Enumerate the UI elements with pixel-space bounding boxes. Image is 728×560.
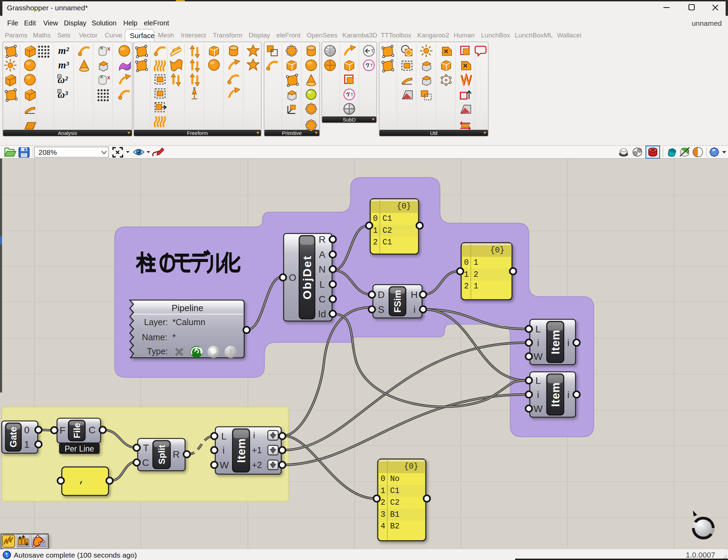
svg-text:D: D — [378, 289, 385, 300]
svg-text:i: i — [537, 338, 539, 348]
svg-text:3: 3 — [380, 510, 385, 519]
svg-text:B2: B2 — [390, 522, 400, 531]
svg-text:H: H — [411, 289, 418, 300]
svg-text:W: W — [534, 403, 543, 414]
svg-text:W: W — [534, 351, 543, 362]
svg-text:File: File — [72, 423, 82, 438]
svg-text:Per Line: Per Line — [65, 444, 94, 453]
svg-text:W: W — [220, 460, 229, 470]
svg-text:Split: Split — [157, 445, 167, 465]
svg-text:2: 2 — [373, 238, 378, 247]
svg-text:T: T — [351, 92, 353, 97]
svg-text:N: N — [319, 264, 326, 275]
svg-text:R: R — [319, 234, 326, 245]
svg-text:2: 2 — [380, 498, 385, 507]
svg-text:+1: +1 — [252, 445, 262, 455]
svg-text:C: C — [142, 457, 149, 468]
svg-text:Analysis: Analysis — [58, 130, 77, 136]
svg-text:{0}: {0} — [404, 462, 418, 471]
svg-text:Gate: Gate — [8, 427, 19, 447]
svg-text:i: i — [413, 304, 416, 315]
svg-text:T: T — [371, 48, 374, 54]
svg-text:i: i — [567, 389, 569, 400]
svg-text:1: 1 — [474, 258, 478, 267]
svg-text:Id: Id — [318, 309, 326, 319]
svg-text:*Calumn: *Calumn — [172, 317, 205, 327]
svg-text:Item: Item — [549, 382, 562, 407]
svg-text:0: 0 — [380, 475, 385, 483]
svg-text:L: L — [319, 279, 325, 290]
svg-text:2: 2 — [464, 282, 469, 291]
svg-text:x: x — [107, 75, 110, 80]
svg-text:SubD: SubD — [343, 117, 356, 123]
svg-text:Item: Item — [235, 438, 248, 463]
svg-text:C: C — [319, 294, 326, 305]
svg-text:i: i — [253, 430, 255, 441]
svg-text:i: i — [537, 389, 539, 400]
svg-text:Primitive: Primitive — [282, 130, 302, 136]
svg-text:ObjDet: ObjDet — [300, 255, 314, 299]
svg-text:x: x — [107, 46, 110, 52]
svg-text:No: No — [390, 475, 400, 483]
svg-text:F: F — [59, 425, 65, 436]
svg-text:1: 1 — [464, 270, 469, 279]
svg-text:+: + — [58, 89, 60, 93]
svg-text:1: 1 — [474, 282, 478, 291]
svg-text:C2: C2 — [390, 498, 400, 507]
svg-text:1: 1 — [373, 226, 378, 235]
svg-text:{0}: {0} — [490, 246, 504, 255]
svg-text:*: * — [172, 332, 176, 342]
svg-text:C: C — [89, 425, 95, 435]
svg-text:1: 1 — [24, 439, 30, 450]
svg-text:Util: Util — [430, 130, 437, 136]
svg-text:208%: 208% — [38, 148, 57, 156]
svg-text:i: i — [567, 338, 569, 348]
svg-text:+: + — [58, 74, 60, 78]
svg-text:!: ! — [6, 552, 8, 558]
svg-text:i: i — [223, 445, 225, 456]
svg-text:,: , — [79, 474, 85, 486]
svg-text:C1: C1 — [383, 214, 392, 223]
svg-text:1: 1 — [380, 487, 385, 495]
svg-text:+2: +2 — [252, 460, 262, 470]
svg-text:R: R — [173, 449, 180, 460]
svg-text:Name:: Name: — [142, 332, 167, 342]
svg-text:Pipeline: Pipeline — [172, 303, 204, 313]
svg-text:A: A — [319, 249, 326, 260]
svg-text:Freeform: Freeform — [187, 130, 208, 136]
svg-text:4: 4 — [380, 522, 385, 531]
svg-text:L: L — [535, 375, 541, 386]
svg-text:0: 0 — [24, 425, 30, 435]
svg-text:Item: Item — [549, 330, 562, 354]
svg-text:O: O — [289, 272, 296, 283]
svg-text:C2: C2 — [383, 226, 392, 235]
svg-text:m²: m² — [58, 45, 69, 56]
svg-text:x: x — [100, 73, 103, 79]
svg-text:FSim: FSim — [393, 290, 403, 312]
svg-text:0: 0 — [464, 258, 469, 267]
svg-text:C1: C1 — [383, 238, 392, 247]
svg-text:Type:: Type: — [147, 346, 168, 356]
svg-text:T: T — [370, 63, 373, 68]
svg-text:x: x — [100, 45, 103, 50]
svg-text:T: T — [143, 443, 149, 453]
svg-text:L: L — [221, 431, 227, 442]
svg-text:Layer:: Layer: — [144, 317, 168, 327]
svg-text:{0}: {0} — [397, 202, 411, 211]
svg-text:C1: C1 — [390, 487, 400, 495]
svg-text:2: 2 — [474, 270, 478, 279]
svg-text:L: L — [535, 324, 541, 334]
svg-text:0: 0 — [373, 214, 378, 223]
svg-text:B1: B1 — [390, 510, 400, 519]
svg-text:m³: m³ — [58, 59, 69, 70]
svg-text:S: S — [378, 304, 385, 315]
